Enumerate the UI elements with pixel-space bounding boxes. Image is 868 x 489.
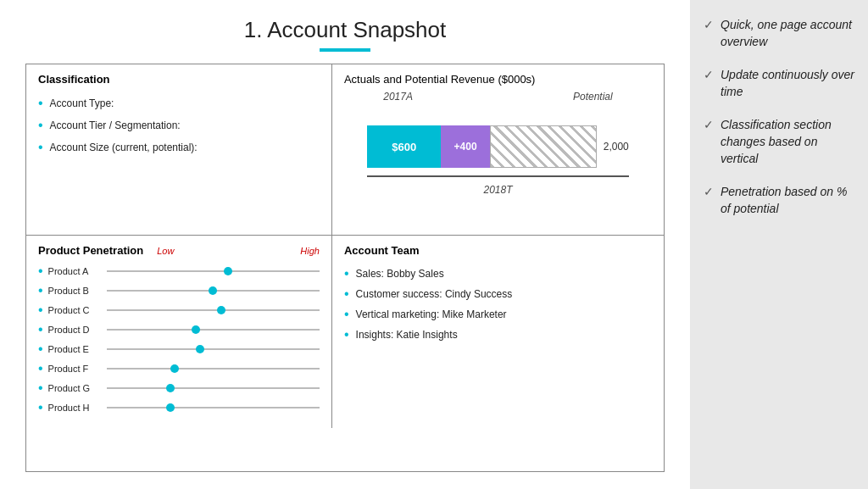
- slider-d: [107, 329, 320, 331]
- chart-area: 2017A Potential $600 +400 2,000: [344, 91, 652, 226]
- low-high-labels: Low High: [157, 246, 320, 256]
- product-g-name: Product G: [48, 383, 103, 393]
- product-c-name: Product C: [48, 305, 103, 315]
- product-heading: Product Penetration: [38, 244, 143, 257]
- slider-e: [107, 348, 320, 350]
- label-2018: 2018T: [483, 184, 512, 196]
- sidebar-text-2: Update continuously over time: [721, 67, 854, 100]
- table-top-row: Classification Account Type: Account Tie…: [26, 64, 664, 236]
- product-row-f: • Product F: [38, 361, 320, 376]
- chart-bars: $600 +400 2,000: [367, 121, 629, 172]
- checkmark-icon-1: ✓: [704, 18, 714, 31]
- sidebar-text-1: Quick, one page account overview: [721, 17, 854, 50]
- classification-heading: Classification: [38, 73, 320, 86]
- product-b-name: Product B: [48, 286, 103, 296]
- chart-top-labels: 2017A Potential: [375, 91, 620, 103]
- product-f-name: Product F: [48, 364, 103, 374]
- product-row-e: • Product E: [38, 342, 320, 357]
- slider-dot-b: [209, 286, 217, 295]
- bar-right-label: 2,000: [604, 141, 629, 153]
- list-item: Insights: Katie Insights: [344, 325, 652, 345]
- list-item: Account Size (current, potential):: [38, 136, 320, 158]
- account-team-section: Account Team Sales: Bobby Sales Customer…: [332, 236, 664, 428]
- classification-list: Account Type: Account Tier / Segmentatio…: [38, 92, 320, 158]
- product-row-a: • Product A: [38, 264, 320, 279]
- product-section-header: Product Penetration Low High: [38, 244, 320, 257]
- actuals-heading: Actuals and Potential Revenue ($000s): [344, 73, 652, 86]
- table-bottom-row: Product Penetration Low High • Product A…: [26, 236, 664, 428]
- product-penetration-section: Product Penetration Low High • Product A…: [26, 236, 332, 428]
- slider-dot-d: [192, 325, 200, 334]
- slider-g: [107, 387, 320, 389]
- account-team-list: Sales: Bobby Sales Customer success: Cin…: [344, 264, 652, 345]
- actuals-section: Actuals and Potential Revenue ($000s) 20…: [332, 64, 664, 235]
- checkmark-icon-2: ✓: [704, 68, 714, 81]
- label-potential: Potential: [573, 91, 613, 103]
- slider-c: [107, 309, 320, 311]
- slider-dot-g: [166, 384, 175, 392]
- classification-section: Classification Account Type: Account Tie…: [26, 64, 332, 235]
- list-item: Sales: Bobby Sales: [344, 264, 652, 284]
- label-2017: 2017A: [383, 91, 413, 103]
- main-table: Classification Account Type: Account Tie…: [25, 64, 665, 472]
- list-item: Vertical marketing: Mike Marketer: [344, 304, 652, 325]
- product-row-d: • Product D: [38, 322, 320, 337]
- list-item: Customer success: Cindy Success: [344, 284, 652, 304]
- product-d-name: Product D: [48, 325, 103, 335]
- slider-dot-a: [224, 267, 232, 275]
- chart-axis: [367, 175, 629, 177]
- list-item: Account Tier / Segmentation:: [38, 114, 320, 136]
- bar-potential-add: +400: [441, 125, 490, 168]
- account-team-heading: Account Team: [344, 244, 652, 257]
- bar-actual: $600: [367, 125, 441, 168]
- product-row-c: • Product C: [38, 303, 320, 318]
- page-title: 1. Account Snapshot: [25, 17, 665, 43]
- slider-b: [107, 290, 320, 292]
- slider-a: [107, 270, 320, 272]
- sidebar-item-4: ✓ Penetration based on % of potential: [704, 184, 854, 217]
- product-a-name: Product A: [48, 266, 103, 276]
- checkmark-icon-4: ✓: [704, 185, 714, 198]
- sidebar-item-1: ✓ Quick, one page account overview: [704, 17, 854, 50]
- slider-f: [107, 368, 320, 370]
- checkmark-icon-3: ✓: [704, 118, 714, 131]
- high-label: High: [300, 246, 320, 256]
- bar-hatch: [490, 125, 597, 168]
- low-label: Low: [157, 246, 174, 256]
- sidebar-text-3: Classification section changes based on …: [721, 117, 854, 167]
- product-h-name: Product H: [48, 403, 103, 413]
- slider-dot-h: [166, 403, 175, 412]
- sidebar-text-4: Penetration based on % of potential: [721, 184, 854, 217]
- product-e-name: Product E: [48, 344, 103, 354]
- sidebar-item-3: ✓ Classification section changes based o…: [704, 117, 854, 167]
- list-item: Account Type:: [38, 92, 320, 114]
- product-row-h: • Product H: [38, 400, 320, 415]
- slider-dot-c: [217, 306, 225, 314]
- main-content: 1. Account Snapshot Classification Accou…: [0, 0, 690, 489]
- slider-h: [107, 407, 320, 408]
- title-underline: [320, 48, 370, 52]
- slider-dot-e: [196, 345, 204, 353]
- sidebar: ✓ Quick, one page account overview ✓ Upd…: [690, 0, 868, 489]
- product-row-b: • Product B: [38, 283, 320, 298]
- product-row-g: • Product G: [38, 381, 320, 396]
- sidebar-item-2: ✓ Update continuously over time: [704, 67, 854, 100]
- slider-dot-f: [170, 364, 179, 373]
